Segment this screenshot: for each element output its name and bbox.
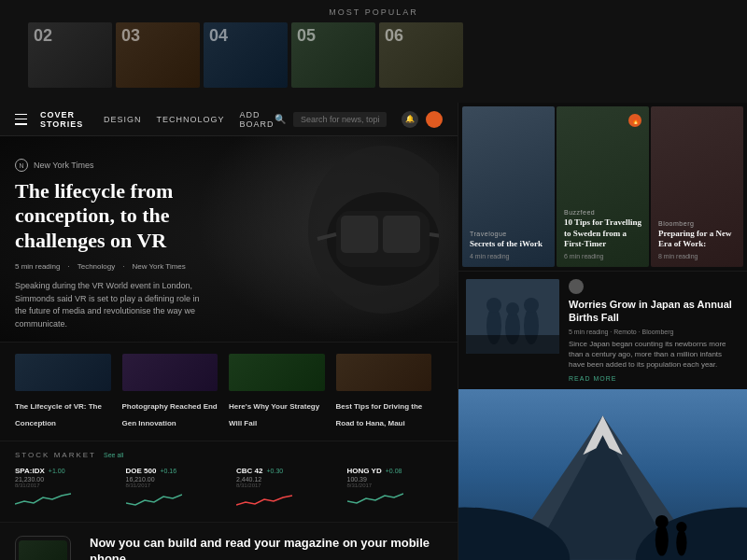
stock-date-1: 8/31/2017 (15, 483, 111, 488)
article-img-4 (336, 354, 432, 391)
hero-reading-time: 5 min reading (15, 262, 60, 271)
stock-change-3: +0.30 (266, 468, 283, 474)
article-img-1 (15, 354, 111, 391)
svg-point-9 (486, 298, 501, 313)
card-title-1: Secrets of the iWork (470, 239, 547, 250)
article-img-3 (229, 354, 325, 391)
thumb-num-3: 04 (209, 26, 228, 46)
right-card-2[interactable]: 🔥 Buzzfeed 10 Tips for Travelling to Swe… (557, 106, 649, 267)
card-tag-1: Travelogue (470, 231, 547, 237)
svg-point-21 (655, 525, 669, 556)
most-popular-label: MOST POPULAR (0, 0, 747, 17)
hero-content: N New York Times The lifecycle from conc… (15, 159, 239, 342)
articles-row: The Lifecycle of VR: The Conception Phot… (0, 342, 458, 441)
thumb-4[interactable]: 05 (291, 22, 375, 88)
featured-read-more[interactable]: READ MORE (569, 375, 740, 382)
hamburger-line-3 (15, 123, 27, 125)
article-thumb-3[interactable]: Here's Why Your Strategy Will Fail (229, 354, 336, 429)
featured-content: Worries Grow in Japan as Annual Births F… (559, 279, 740, 382)
stock-change-1: +1.00 (49, 468, 65, 474)
phone-screen (19, 540, 67, 560)
hero-description: Speaking during the VR World event in Lo… (15, 280, 202, 330)
right-card-3[interactable]: Bloomberg Preparing for a New Era of Wor… (651, 106, 743, 267)
article-title-4: Best Tips for Driving the Road to Hana, … (336, 402, 423, 427)
card-content-2: Buzzfeed 10 Tips for Travelling to Swede… (564, 209, 641, 259)
article-img-2 (122, 354, 218, 391)
hero-title: The lifecycle from conception, to the ch… (15, 179, 239, 253)
thumb-3[interactable]: 04 (204, 22, 288, 88)
card-content-1: Travelogue Secrets of the iWork 4 min re… (470, 231, 547, 259)
article-title-2: Photography Reached End Gen Innovation (122, 402, 218, 427)
hero-source-meta: New York Times (132, 262, 185, 271)
tab-design[interactable]: DESIGN (104, 115, 142, 124)
stock-change-2: +0.16 (160, 468, 176, 474)
thumb-5[interactable]: 06 (379, 22, 463, 88)
search-input[interactable] (293, 112, 387, 127)
hero-section: N New York Times The lifecycle from conc… (0, 136, 458, 342)
card-tag-3: Bloomberg (658, 220, 736, 227)
hamburger-menu[interactable] (15, 114, 27, 125)
top-cards: Travelogue Secrets of the iWork 4 min re… (458, 103, 747, 271)
thumb-2[interactable]: 03 (116, 22, 200, 88)
stock-name-1: SPA:IDX (15, 467, 45, 475)
article-thumb-2[interactable]: Photography Reached End Gen Innovation (122, 354, 230, 429)
card-content-3: Bloomberg Preparing for a New Era of Wor… (658, 220, 736, 259)
svg-rect-14 (466, 335, 559, 354)
card-tag-2: Buzzfeed (564, 209, 641, 216)
featured-meta: 5 min reading · Remoto · Bloomberg (569, 329, 740, 335)
nav-search: 🔍 🔔 (275, 111, 443, 128)
notification-icon[interactable]: 🔔 (402, 111, 418, 128)
sparkline-1 (15, 490, 71, 509)
stock-date-3: 8/31/2017 (236, 483, 332, 488)
mobile-promo: Now you can build and read your magazine… (0, 522, 458, 560)
nav-icons-right: 🔔 (402, 111, 443, 128)
stock-name-4: HONG YD (347, 467, 382, 475)
card-reading-2: 6 min reading (564, 253, 641, 259)
stock-name-2: DOE 500 (126, 467, 157, 475)
hero-separator-1: · (67, 262, 69, 271)
main-area: COVER STORIES DESIGN TECHNOLOGY ADD BOAR… (0, 103, 747, 560)
stock-item-4: HONG YD +0.08 100.39 8/31/2017 (347, 467, 444, 512)
nav-tabs: COVER STORIES DESIGN TECHNOLOGY ADD BOAR… (40, 110, 275, 129)
tab-technology[interactable]: TECHNOLOGY (157, 115, 225, 124)
stock-item-2: DOE 500 +0.16 16,210.00 8/31/2017 (126, 467, 222, 512)
svg-rect-4 (383, 216, 420, 253)
right-card-1[interactable]: Travelogue Secrets of the iWork 4 min re… (462, 106, 555, 267)
featured-article: Worries Grow in Japan as Annual Births F… (458, 271, 747, 389)
svg-point-11 (506, 302, 519, 315)
article-title-1: The Lifecycle of VR: The Conception (15, 402, 102, 427)
profile-avatar[interactable] (426, 111, 443, 128)
featured-title: Worries Grow in Japan as Annual Births F… (569, 298, 740, 325)
tab-cover-stories[interactable]: COVER STORIES (40, 110, 89, 129)
hero-category: Technology (78, 262, 115, 271)
hero-separator-2: · (122, 262, 124, 271)
stock-market: STOCK MARKET See all SPA:IDX +1.00 21,23… (0, 441, 458, 522)
top-thumbnails: 02 03 04 05 06 (0, 17, 747, 93)
article-thumb-1[interactable]: The Lifecycle of VR: The Conception (15, 354, 122, 429)
thumb-num-5: 06 (385, 26, 403, 46)
phone-mockup (15, 536, 71, 560)
thumb-1[interactable]: 02 (28, 22, 112, 88)
stock-header: STOCK MARKET See all (15, 451, 443, 459)
see-all-link[interactable]: See all (104, 452, 123, 458)
article-thumb-4[interactable]: Best Tips for Driving the Road to Hana, … (336, 354, 444, 429)
svg-rect-3 (341, 216, 378, 253)
svg-point-22 (655, 515, 669, 528)
source-name: New York Times (34, 161, 94, 170)
hero-source: N New York Times (15, 159, 239, 172)
thumb-num-1: 02 (34, 26, 52, 46)
thumb-num-2: 03 (121, 26, 140, 46)
mountain-image (458, 389, 747, 560)
stock-items: SPA:IDX +1.00 21,230.00 8/31/2017 DOE 50… (15, 467, 443, 512)
stock-value-2: 16,210.00 (126, 476, 222, 483)
sparkline-3 (236, 490, 292, 509)
tab-add-board[interactable]: ADD BOARD (240, 110, 275, 129)
stock-date-2: 8/31/2017 (126, 483, 222, 488)
mountain-svg (458, 389, 747, 560)
search-icon: 🔍 (275, 114, 286, 124)
hamburger-line-1 (15, 114, 27, 116)
stock-item-3: CBC 42 +0.30 2,440.12 8/31/2017 (236, 467, 332, 512)
stock-value-4: 100.39 (347, 476, 444, 483)
stock-date-4: 8/31/2017 (347, 483, 444, 488)
hero-meta: 5 min reading · Technology · New York Ti… (15, 262, 239, 271)
